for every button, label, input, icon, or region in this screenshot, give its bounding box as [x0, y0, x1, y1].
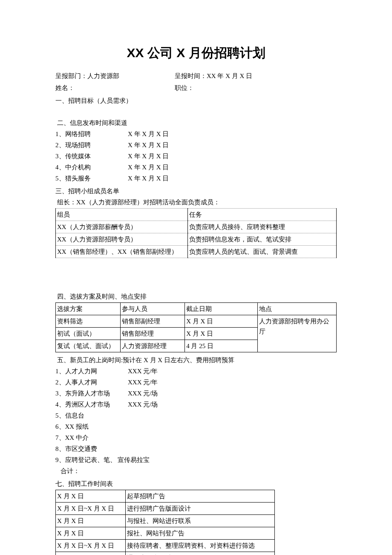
- section-4-title: 四、选拔方案及时间、地点安排: [57, 291, 337, 302]
- cell-date: X 月 X 日: [56, 490, 126, 503]
- table-row: X 月 X 日 报社、网站刊登广告: [56, 527, 275, 540]
- budget-label: 1、人才人力网: [55, 366, 128, 376]
- th-deadline: 截止日期: [185, 303, 258, 315]
- channel-label: 4、中介机构: [55, 162, 128, 172]
- section-2: 二、信息发布时间和渠道 1、网络招聘 X 年 X 月 X 日 2、现场招聘 X …: [55, 118, 337, 183]
- channel-label: 3、传统媒体: [55, 151, 128, 161]
- channel-row: 3、传统媒体 X 年 X 月 X 日: [55, 151, 337, 161]
- budget-row: 7、XX 中介: [55, 433, 337, 443]
- budget-row: 6、XX 报纸: [55, 421, 337, 432]
- table-row: 资料筛选 销售部副经理 X 月 X 日 人力资源部招聘专用办公厅: [56, 315, 337, 328]
- section-3-title: 三、招聘小组成员名单: [55, 186, 337, 196]
- table-row: X 月 X 日~X 月 X 日 进行招聘广告版面设计: [56, 503, 275, 515]
- budget-label: 4、秀洲区人才市场: [55, 399, 128, 410]
- section-1-title: 一、招聘目标（人员需求）: [55, 96, 337, 106]
- section-5-title: 五、新员工的上岗时间:预计在 X 月 X 日左右六、费用招聘预算: [57, 355, 337, 365]
- cell-deadline: 4 月 25 日: [185, 340, 258, 352]
- budget-row: 5、信息台: [55, 410, 337, 421]
- table-row: 组员 任务: [56, 209, 337, 221]
- budget-amount: XXX 元/场: [128, 388, 158, 398]
- section-3: 三、招聘小组成员名单 组长：XX（人力资源部经理）对招聘活动全面负责成员： 组员…: [55, 186, 337, 258]
- budget-amount: XXX 元/场: [128, 399, 158, 410]
- budget-label: 8、市区交通费: [55, 444, 128, 454]
- budget-label: 5、信息台: [55, 410, 128, 421]
- channel-date: X 年 X 月 X 日: [128, 129, 169, 139]
- channel-date: X 年 X 月 X 日: [128, 140, 169, 150]
- table-row: X 月 X 日 与报社、网站进行联系: [56, 515, 275, 527]
- cell-deadline: X 月 X 日: [185, 328, 258, 340]
- budget-row: 4、秀洲区人才市场 XXX 元/场: [55, 399, 337, 410]
- table-row: X 月 X 日 起草招聘广告: [56, 490, 275, 503]
- position-label: 职位：: [175, 83, 337, 93]
- doc-title: XX 公司 X 月份招聘计划: [55, 43, 337, 63]
- channel-date: X 年 X 月 X 日: [128, 173, 169, 183]
- team-leader: 组长：XX（人力资源部经理）对招聘活动全面负责成员：: [57, 197, 337, 207]
- total-label: 合计：: [61, 466, 337, 476]
- cell-task: 接待应聘者、整理应聘资料、对资料进行筛选: [126, 540, 274, 552]
- cell-task: 负责应聘人员的笔试、面试、背景调查: [187, 246, 336, 258]
- channel-row: 1、网络招聘 X 年 X 月 X 日: [55, 129, 337, 139]
- report-time: 呈报时间：XX 年 X 月 X 日: [175, 71, 337, 81]
- report-dept: 呈报部门：人力资源部: [55, 71, 175, 81]
- cell-people: 销售部经理: [120, 328, 185, 340]
- meta-row-2: 姓名： 职位：: [55, 83, 337, 93]
- cell-date: X 月 X 日: [56, 515, 126, 527]
- cell-date: X 月 X 日: [56, 552, 126, 555]
- section-7-title: 七、招聘工作时间表: [55, 479, 337, 489]
- budget-row: 8、市区交通费: [55, 444, 337, 454]
- channel-label: 1、网络招聘: [55, 129, 128, 139]
- cell-task: 进行招聘广告版面设计: [126, 503, 274, 515]
- cell-people: 销售部副经理: [120, 315, 185, 328]
- table-row: X 月 X 日 通知应聘者面试: [56, 552, 275, 555]
- cell-date: X 月 X 日: [56, 527, 126, 540]
- table-row: XX（人力资源部薪酬专员） 负责应聘人员接待、应聘资料整理: [56, 221, 337, 233]
- cell-task: 负责招聘信息发布，面试、笔试安排: [187, 233, 336, 246]
- section-2-title: 二、信息发布时间和渠道: [57, 118, 337, 128]
- budget-label: 6、XX 报纸: [55, 421, 128, 432]
- table-row: XX（人力资源部招聘专员） 负责招聘信息发布，面试、笔试安排: [56, 233, 337, 246]
- cell-plan: 初试（面试）: [56, 328, 121, 340]
- cell-task: 通知应聘者面试: [126, 552, 274, 555]
- channel-date: X 年 X 月 X 日: [128, 162, 169, 172]
- budget-row: 2、人事人才网 XXX 元/年: [55, 377, 337, 387]
- budget-label: 9、应聘登记表、笔、 宣传易拉宝: [55, 455, 150, 465]
- cell-task: 负责应聘人员接待、应聘资料整理: [187, 221, 336, 233]
- budget-label: 3、东升路人才市场: [55, 388, 128, 398]
- section-5: 五、新员工的上岗时间:预计在 X 月 X 日左右六、费用招聘预算 1、人才人力网…: [55, 355, 337, 476]
- budget-row: 9、应聘登记表、笔、 宣传易拉宝: [55, 455, 337, 465]
- section-7: 七、招聘工作时间表 X 月 X 日 起草招聘广告 X 月 X 日~X 月 X 日…: [55, 479, 337, 555]
- cell-place: 人力资源部招聘专用办公厅: [258, 315, 337, 352]
- name-label: 姓名：: [55, 83, 175, 93]
- table-row: X 月 X 日~X 月 X 日 接待应聘者、整理应聘资料、对资料进行筛选: [56, 540, 275, 552]
- cell-task: 起草招聘广告: [126, 490, 274, 503]
- section-1: 一、招聘目标（人员需求）: [55, 96, 337, 106]
- budget-label: 2、人事人才网: [55, 377, 128, 387]
- budget-amount: XXX 元/年: [128, 366, 158, 376]
- cell-date: X 月 X 日~X 月 X 日: [56, 503, 126, 515]
- channel-row: 5、猎头服务 X 年 X 月 X 日: [55, 173, 337, 183]
- cell-member: XX（人力资源部招聘专员）: [56, 233, 188, 246]
- budget-row: 1、人才人力网 XXX 元/年: [55, 366, 337, 376]
- th-task: 任务: [187, 209, 336, 221]
- cell-member: XX（人力资源部薪酬专员）: [56, 221, 188, 233]
- channel-date: X 年 X 月 X 日: [128, 151, 169, 161]
- channel-row: 4、中介机构 X 年 X 月 X 日: [55, 162, 337, 172]
- budget-amount: XXX 元/年: [128, 377, 158, 387]
- cell-plan: 资料筛选: [56, 315, 121, 328]
- cell-deadline: X 月 X 日: [185, 315, 258, 328]
- budget-label: 7、XX 中介: [55, 433, 128, 443]
- channel-label: 5、猎头服务: [55, 173, 128, 183]
- cell-task: 与报社、网站进行联系: [126, 515, 274, 527]
- th-people: 参与人员: [120, 303, 185, 315]
- table-row: 选拔方案 参与人员 截止日期 地点: [56, 303, 337, 315]
- channel-label: 2、现场招聘: [55, 140, 128, 150]
- table-row: XX（销售部经理）、XX（销售部副经理） 负责应聘人员的笔试、面试、背景调查: [56, 246, 337, 258]
- cell-plan: 复试（笔试、面试）: [56, 340, 121, 352]
- cell-people: 人力资源部经理: [120, 340, 185, 352]
- schedule-table: X 月 X 日 起草招聘广告 X 月 X 日~X 月 X 日 进行招聘广告版面设…: [55, 490, 275, 555]
- meta-row-1: 呈报部门：人力资源部 呈报时间：XX 年 X 月 X 日: [55, 71, 337, 81]
- cell-date: X 月 X 日~X 月 X 日: [56, 540, 126, 552]
- section-4: 四、选拔方案及时间、地点安排 选拔方案 参与人员 截止日期 地点 资料筛选 销售…: [55, 291, 337, 352]
- team-table: 组员 任务 XX（人力资源部薪酬专员） 负责应聘人员接待、应聘资料整理 XX（人…: [55, 208, 337, 258]
- th-plan: 选拔方案: [56, 303, 121, 315]
